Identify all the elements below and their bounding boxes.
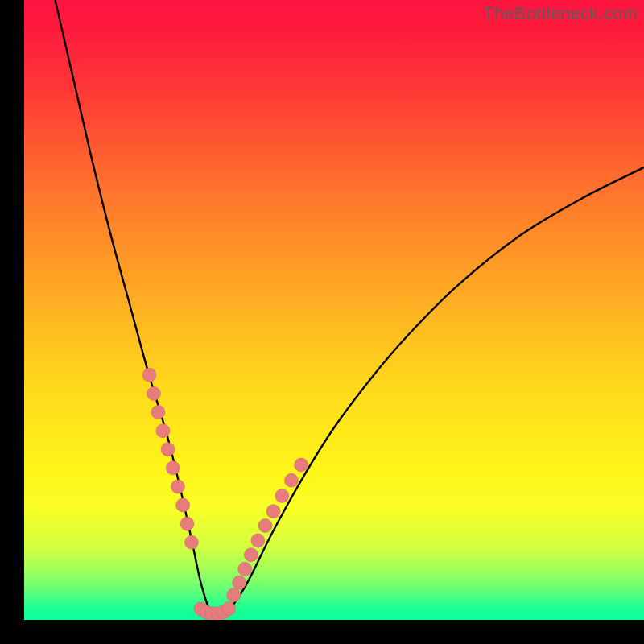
data-dot [251,534,265,547]
data-dot [184,535,198,549]
data-dot [227,588,241,602]
dots-right-arm [227,458,308,602]
data-dot [238,562,252,576]
data-dot [266,505,280,518]
data-dot [161,443,175,456]
data-dot [171,480,184,493]
data-dot [166,461,180,475]
data-dot [142,368,156,382]
chart-svg [24,0,644,620]
data-dot [295,458,308,472]
data-dot [222,602,236,616]
data-dot [284,473,298,487]
chart-frame: TheBottleneck.com [24,0,644,620]
watermark-text: TheBottleneck.com [483,3,638,24]
data-dot [156,424,170,438]
data-dot [258,518,272,532]
data-dot [233,576,246,589]
bottleneck-curve [56,0,645,617]
data-dot [176,498,190,512]
data-dot [147,386,160,400]
data-dot [244,548,258,562]
data-dot [180,517,194,530]
dots-trough [194,602,236,620]
data-dot [151,406,165,419]
data-dot [275,489,289,503]
plot-area [24,0,644,620]
dots-left-arm [142,368,198,549]
